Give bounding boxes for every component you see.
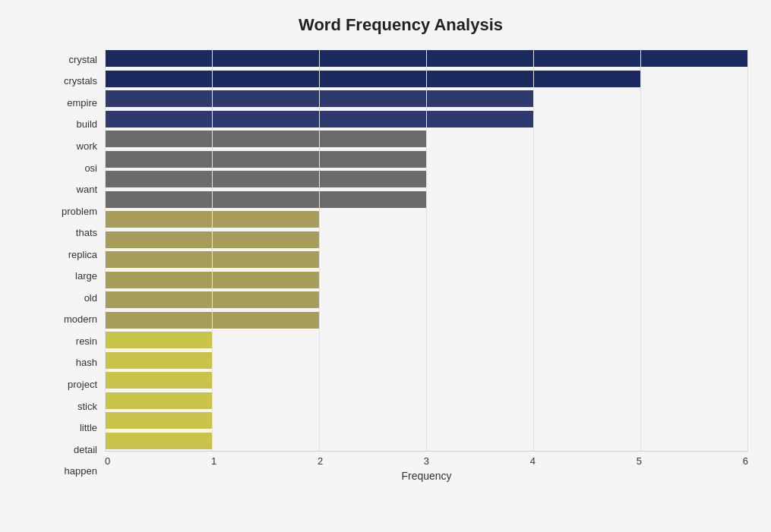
bar: [105, 191, 427, 208]
y-label: problem: [53, 206, 97, 216]
bar-row: [105, 109, 748, 130]
bar: [105, 272, 319, 288]
x-tick: 0: [105, 455, 110, 467]
bar: [105, 151, 427, 168]
bar-row: [105, 290, 748, 310]
bar: [105, 412, 212, 429]
bar: [105, 211, 319, 228]
x-tick: 2: [318, 455, 323, 467]
chart-container: Word Frequency Analysis crystalcrystalse…: [0, 0, 771, 532]
y-label: replica: [53, 250, 97, 260]
x-tick: 5: [637, 455, 642, 467]
bar: [105, 291, 319, 308]
bar-row: [105, 129, 748, 150]
bar: [105, 433, 212, 449]
chart-area: crystalcrystalsempirebuildworkosiwantpro…: [53, 49, 748, 482]
y-label: hash: [53, 357, 97, 367]
y-label: detail: [53, 445, 97, 455]
bar-row: [105, 351, 748, 371]
y-label: crystal: [53, 55, 97, 65]
bar-row: [105, 49, 748, 69]
bar-row: [105, 310, 748, 331]
bar: [105, 372, 212, 389]
bar: [105, 332, 212, 348]
bar: [105, 231, 319, 248]
x-tick: 4: [530, 455, 536, 467]
bar-row: [105, 391, 748, 411]
y-label: work: [53, 141, 97, 151]
y-label: stick: [53, 401, 97, 411]
y-label: little: [53, 423, 97, 433]
bars-wrapper: [105, 49, 748, 451]
bar-row: [105, 89, 748, 109]
y-label: project: [53, 379, 97, 389]
bar-row: [105, 150, 748, 170]
y-label: thats: [53, 228, 97, 238]
bar: [105, 90, 534, 107]
y-label: osi: [53, 163, 97, 173]
bar-row: [105, 431, 748, 452]
y-label: modern: [53, 314, 97, 324]
bar: [105, 312, 319, 329]
x-axis: 0123456: [105, 452, 748, 467]
y-label: build: [53, 119, 97, 129]
y-label: crystals: [53, 76, 97, 86]
bar-row: [105, 69, 748, 90]
bar: [105, 171, 427, 187]
y-label: empire: [53, 98, 97, 108]
bar: [105, 71, 641, 87]
y-axis-labels: crystalcrystalsempirebuildworkosiwantpro…: [53, 49, 105, 482]
y-label: resin: [53, 336, 97, 346]
bar: [105, 251, 319, 268]
y-label: large: [53, 271, 97, 281]
y-label: happen: [53, 466, 97, 476]
bar-row: [105, 370, 748, 391]
bar: [105, 352, 212, 369]
bar-row: [105, 330, 748, 351]
y-label: want: [53, 184, 97, 194]
bar: [105, 392, 212, 409]
bar-row: [105, 411, 748, 431]
x-tick: 6: [743, 455, 748, 467]
bar-row: [105, 209, 748, 230]
x-tick: 1: [211, 455, 216, 467]
bar-row: [105, 250, 748, 270]
x-axis-label: Frequency: [105, 470, 748, 482]
y-label: old: [53, 293, 97, 303]
chart-title: Word Frequency Analysis: [53, 15, 748, 35]
bar-row: [105, 169, 748, 190]
bars-and-axis: 0123456 Frequency: [105, 49, 748, 482]
bar: [105, 131, 427, 147]
x-tick: 3: [424, 455, 429, 467]
bar: [105, 111, 534, 127]
bar-row: [105, 190, 748, 210]
bar: [105, 50, 748, 67]
bar-row: [105, 270, 748, 291]
bar-row: [105, 230, 748, 250]
